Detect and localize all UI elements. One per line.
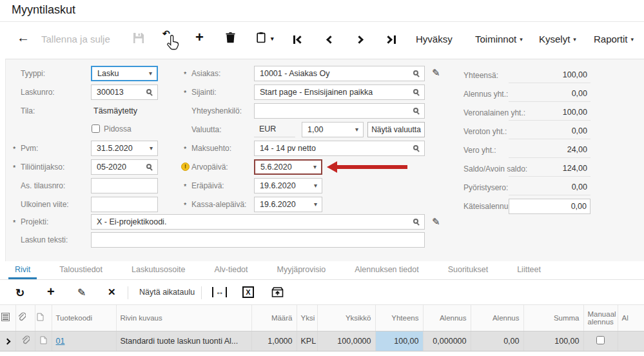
cash-discount-input[interactable]: 0,00 [509, 199, 590, 214]
edit-row-icon[interactable]: ✎ [77, 286, 86, 299]
customer-order-input[interactable] [91, 178, 158, 193]
tab-alv-tiedot[interactable]: Alv-tiedot [208, 261, 254, 279]
row-attachment-cell[interactable] [15, 331, 35, 351]
tab-alennuksen-tiedot[interactable]: Alennuksen tiedot [348, 261, 425, 279]
row-qty-cell[interactable]: 1,0000 [251, 331, 297, 351]
post-period-label: Tiliöintijakso: [21, 159, 64, 175]
currency-rate-select[interactable]: 1,00 ▾ [302, 122, 364, 137]
post-period-input[interactable]: 05-2020 [91, 159, 158, 175]
type-select[interactable]: Lasku ▾ [91, 66, 158, 81]
row-discount-amt-cell[interactable]: 0,00 [471, 331, 523, 351]
copy-paste-icon[interactable] [257, 32, 266, 43]
row-selector-cell [0, 331, 15, 351]
load-records-icon[interactable] [271, 286, 284, 298]
col-header-total[interactable]: Yhteens [375, 305, 423, 331]
selected-row-marker-icon [5, 338, 11, 344]
location-lookup-icon[interactable] [413, 89, 418, 94]
tab-suoritukset[interactable]: Suoritukset [442, 261, 495, 279]
add-record-icon[interactable]: + [195, 29, 204, 46]
approve-button[interactable]: Hyväksy [416, 34, 453, 44]
col-header-manual-discount[interactable]: Manuaal alennus [583, 305, 618, 331]
actions-menu[interactable]: Toiminnot▾ [475, 34, 523, 44]
col-header-discount-pct[interactable]: Alennus [423, 305, 471, 331]
reports-menu[interactable]: Raportit▾ [594, 34, 634, 44]
undo-icon[interactable]: ↶ [162, 30, 183, 54]
col-header-uom[interactable]: Yksi [297, 305, 317, 331]
external-ref-input[interactable] [91, 197, 158, 212]
row-discount-pct-cell[interactable]: 0,000000 [423, 331, 471, 351]
first-record-chevron-icon[interactable] [296, 35, 304, 44]
manual-discount-checkbox[interactable] [596, 336, 605, 344]
contact-input[interactable] [254, 103, 425, 119]
refresh-icon[interactable]: ↻ [15, 286, 24, 300]
col-header-discount-amt[interactable]: Alennus [471, 305, 523, 331]
value-date-select[interactable]: 5.6.2020 ▾ [254, 159, 322, 175]
fit-columns-icon[interactable]: ↔ [212, 287, 227, 297]
product-link[interactable]: 01 [56, 337, 65, 346]
terms-input[interactable]: 14 - 14 pv netto [254, 141, 425, 156]
invoice-text-input[interactable] [91, 232, 425, 248]
tab-rivit[interactable]: Rivit [8, 261, 37, 279]
location-input[interactable]: Start page - Ensisijainen paikka [254, 84, 425, 100]
tab-liitteet[interactable]: Liitteet [511, 261, 547, 279]
table-row[interactable]: 01 Standardi tuote laskun tuonti Al... 1… [0, 331, 644, 351]
terms-lookup-icon[interactable] [413, 145, 418, 150]
type-label: Tyyppi: [21, 66, 45, 81]
tab-myyjaprovisio[interactable]: Myyjäprovisio [271, 261, 333, 279]
delete-record-icon[interactable] [226, 32, 235, 43]
inquiries-menu[interactable]: Kyselyt▾ [539, 34, 576, 44]
previous-record-icon[interactable] [326, 35, 335, 44]
next-record-icon[interactable] [355, 35, 364, 44]
delete-row-icon[interactable]: ✕ [108, 286, 116, 298]
contact-lookup-icon[interactable] [413, 108, 418, 113]
back-icon[interactable]: ← [17, 30, 30, 45]
customer-input[interactable]: 10001 - Asiakas Oy [254, 66, 425, 81]
last-record-icon[interactable] [394, 35, 396, 44]
add-row-icon[interactable]: + [47, 284, 55, 299]
project-input[interactable]: X - Ei-projektikoodi. [91, 214, 425, 230]
tab-taloustiedot[interactable]: Taloustiedot [53, 261, 109, 279]
inquiries-caret-icon: ▾ [573, 36, 576, 43]
invoice-no-lookup-icon[interactable] [146, 89, 151, 94]
copy-paste-caret-icon[interactable]: ▾ [271, 35, 274, 42]
notes-column-header[interactable] [35, 305, 52, 331]
due-date-select[interactable]: 19.6.2020 ▾ [254, 178, 322, 193]
col-header-qty[interactable]: Määrä [251, 305, 297, 331]
tax-total-value: 24,00 [509, 143, 590, 158]
last-record-chevron-icon[interactable] [384, 35, 393, 44]
row-note-cell[interactable] [35, 331, 52, 351]
first-record-icon[interactable] [293, 35, 295, 44]
cash-discount-date-select[interactable]: 19.6.2020 ▾ [254, 197, 322, 212]
row-total-cell[interactable]: 100,00 [375, 331, 423, 351]
export-excel-icon[interactable]: X [242, 286, 254, 298]
value-date-label: Arvopäivä: [191, 159, 228, 175]
customer-lookup-icon[interactable] [413, 70, 418, 75]
project-required-mark: * [13, 214, 15, 230]
col-header-unit-price[interactable]: Yksikkö [317, 305, 375, 331]
save-icon[interactable] [133, 32, 144, 44]
show-currency-button[interactable]: Näytä valuutta [367, 122, 425, 137]
row-amount-cell[interactable]: 100,00 [523, 331, 583, 351]
col-header-extra[interactable]: Al [618, 305, 644, 331]
row-description-cell[interactable]: Standardi tuote laskun tuonti Al... [116, 331, 251, 351]
invoice-no-input[interactable]: 300013 [91, 84, 158, 100]
project-lookup-icon[interactable] [413, 219, 418, 224]
save-and-close-button[interactable]: Tallenna ja sulje [41, 34, 110, 44]
show-schedule-button[interactable]: Näytä aikataulu [139, 288, 195, 297]
date-caret-icon: ▾ [150, 141, 153, 155]
col-header-amount[interactable]: Summa [523, 305, 583, 331]
row-extra-cell[interactable] [618, 331, 644, 351]
date-select[interactable]: 31.5.2020 ▾ [91, 141, 158, 156]
tab-laskutusosoite[interactable]: Laskutusosoite [125, 261, 191, 279]
row-product-cell[interactable]: 01 [52, 331, 116, 351]
post-period-lookup-icon[interactable] [146, 164, 151, 169]
row-unit-price-cell[interactable]: 100,0000 [317, 331, 375, 351]
col-header-description[interactable]: Rivin kuvaus [116, 305, 251, 331]
hold-checkbox[interactable] [92, 124, 100, 133]
attachments-column-header[interactable] [15, 305, 35, 331]
grid-settings-header[interactable] [0, 305, 15, 331]
row-uom-cell[interactable]: KPL [297, 331, 317, 351]
project-edit-icon[interactable]: ✎ [432, 216, 440, 228]
col-header-product[interactable]: Tuotekoodi [52, 305, 116, 331]
customer-edit-icon[interactable]: ✎ [432, 67, 440, 79]
